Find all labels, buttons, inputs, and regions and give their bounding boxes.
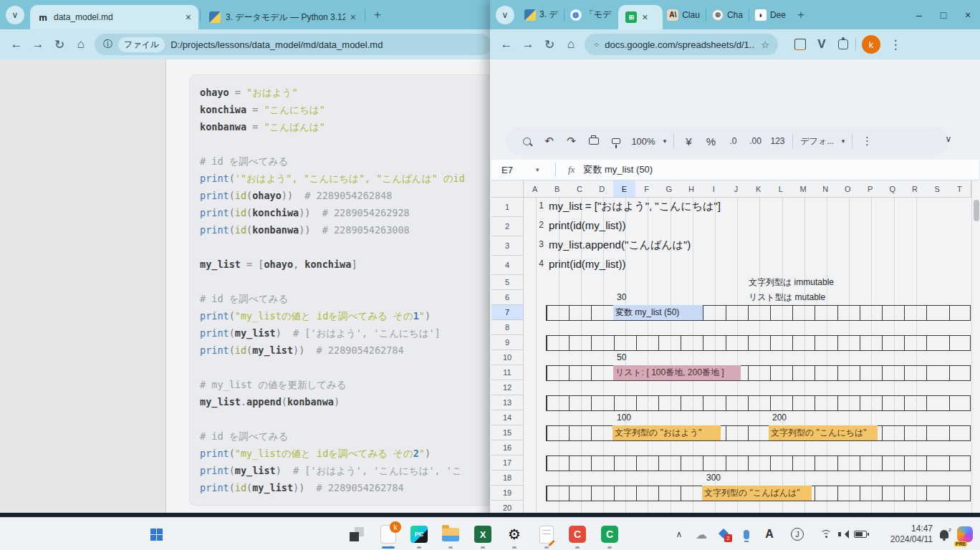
row-header-13[interactable]: 13: [491, 395, 524, 410]
row-header-3[interactable]: 3: [491, 236, 524, 256]
row-header-10[interactable]: 10: [491, 350, 524, 365]
formula-value[interactable]: 変数 my_list (50): [583, 163, 653, 176]
camtasia-icon[interactable]: C: [599, 524, 620, 545]
column-header-R[interactable]: R: [903, 180, 926, 198]
row-header-7[interactable]: 7: [491, 305, 524, 320]
browser-window-button[interactable]: k: [378, 524, 399, 545]
back-icon[interactable]: ←: [6, 34, 27, 55]
tab-search-chevron-icon[interactable]: ∨: [6, 6, 24, 24]
column-header-O[interactable]: O: [837, 180, 860, 198]
column-header-L[interactable]: L: [769, 180, 792, 198]
row-header-8[interactable]: 8: [491, 320, 524, 335]
tab-claude[interactable]: A\ Clau: [663, 9, 704, 21]
paint-format-icon[interactable]: [605, 138, 627, 144]
column-header-J[interactable]: J: [725, 180, 748, 198]
microphone-icon[interactable]: [738, 518, 755, 550]
column-header-K[interactable]: K: [747, 180, 770, 198]
new-tab-button[interactable]: +: [367, 4, 388, 26]
tab-deepl[interactable]: ◗ Dee: [751, 9, 790, 21]
journal-tray-icon[interactable]: J: [788, 518, 807, 550]
tab-model[interactable]: ◍ 「モデ: [566, 9, 616, 21]
row-header-4[interactable]: 4: [491, 256, 524, 275]
start-button[interactable]: [145, 524, 167, 545]
tab-search-chevron-icon[interactable]: ∨: [496, 6, 514, 24]
column-header-A[interactable]: A: [524, 180, 547, 198]
back-icon[interactable]: ←: [496, 34, 517, 55]
url-text[interactable]: docs.google.com/spreadsheets/d/1...: [605, 39, 755, 50]
notification-bell-icon[interactable]: z: [936, 518, 953, 550]
maximize-button[interactable]: □: [931, 4, 956, 26]
dropbox-icon[interactable]: 2: [714, 518, 733, 550]
close-tab-icon[interactable]: ×: [186, 11, 191, 23]
vertical-scrollbar-thumb[interactable]: [974, 200, 979, 221]
addr-30[interactable]: 30: [617, 290, 626, 305]
var-mylist-cell[interactable]: 変数 my_list (50): [613, 305, 703, 320]
vue-extension-icon[interactable]: V: [811, 34, 832, 55]
tray-expand-icon[interactable]: ∧: [671, 518, 688, 550]
tab-data-model[interactable]: m data_model.md ×: [30, 5, 198, 29]
left-address-bar[interactable]: ⓘ ファイル D:/projects/lessons/data_model/md…: [95, 34, 491, 55]
menu-kebab-icon[interactable]: ⋮: [885, 34, 906, 55]
column-header-C[interactable]: C: [568, 180, 591, 198]
note-mutable[interactable]: リスト型は mutable: [749, 290, 825, 305]
column-header-T[interactable]: T: [948, 180, 971, 198]
addr-100[interactable]: 100: [617, 410, 631, 425]
row-header-14[interactable]: 14: [491, 410, 524, 425]
copilot-icon[interactable]: PRE: [954, 518, 976, 550]
forward-icon[interactable]: →: [517, 34, 539, 55]
column-header-S[interactable]: S: [926, 180, 949, 198]
row-header-11[interactable]: 11: [491, 365, 524, 380]
column-header-D[interactable]: D: [591, 180, 614, 198]
file-scheme-chip[interactable]: ファイル: [118, 37, 165, 52]
addr-200[interactable]: 200: [772, 410, 787, 425]
addr-50[interactable]: 50: [617, 350, 626, 365]
bookmark-star-icon[interactable]: ☆: [761, 39, 769, 50]
tab-google-sheets[interactable]: ⊞ ×: [618, 5, 663, 29]
info-icon[interactable]: ⓘ: [103, 38, 112, 51]
settings-gear-icon[interactable]: ⚙: [504, 524, 525, 545]
tune-icon[interactable]: ⁘: [593, 40, 599, 49]
extensions-puzzle-icon[interactable]: [832, 34, 854, 55]
collapse-toolbar-icon[interactable]: ∨: [941, 134, 956, 148]
increase-decimal-button[interactable]: .00: [744, 136, 767, 146]
spreadsheet-grid[interactable]: ABCDEFGHIJKLMNOPQRST12345678910111213141…: [491, 180, 971, 517]
vertical-scrollbar[interactable]: ▲ ▼: [971, 180, 980, 517]
forward-icon[interactable]: →: [27, 34, 49, 55]
more-toolbar-icon[interactable]: ⋮: [856, 135, 878, 148]
sheets-extension-icon[interactable]: [789, 34, 811, 55]
tab-python-doc[interactable]: 3. データモデル — Python 3.12.3 ×: [202, 5, 363, 29]
row-header-17[interactable]: 17: [491, 455, 524, 471]
corner-select-all[interactable]: [491, 180, 524, 198]
ime-mode-indicator[interactable]: A: [761, 518, 778, 550]
home-icon[interactable]: ⌂: [70, 34, 92, 55]
str-ohayo[interactable]: 文字列型の "おはよう": [612, 425, 721, 440]
row-header-19[interactable]: 19: [491, 486, 524, 501]
cell-code-row-3[interactable]: my_list.append("こんばんは"): [549, 238, 691, 252]
decrease-decimal-button[interactable]: .0: [722, 136, 744, 146]
row-header-15[interactable]: 15: [491, 425, 524, 440]
row-header-5[interactable]: 5: [491, 275, 524, 290]
zoom-caret-icon[interactable]: ▾: [660, 138, 670, 145]
cell-code-row-4[interactable]: print(id(my_list)): [549, 258, 626, 270]
column-header-Q[interactable]: Q: [881, 180, 904, 198]
column-header-I[interactable]: I: [703, 180, 726, 198]
number-format-button[interactable]: 123: [767, 136, 789, 146]
right-address-bar[interactable]: ⁘ docs.google.com/spreadsheets/d/1... ☆: [585, 34, 778, 55]
column-header-E[interactable]: E: [613, 180, 636, 198]
column-header-H[interactable]: H: [680, 180, 703, 198]
minimize-button[interactable]: –: [907, 4, 931, 26]
cell-line-number-1[interactable]: 1: [527, 201, 544, 211]
undo-icon[interactable]: ↶: [538, 135, 560, 148]
onedrive-cloud-icon[interactable]: ☁: [692, 518, 711, 550]
row-header-1[interactable]: 1: [491, 198, 524, 217]
addr-300[interactable]: 300: [706, 471, 721, 486]
row-header-6[interactable]: 6: [491, 290, 524, 305]
file-explorer-icon[interactable]: [440, 524, 461, 545]
format-percent-button[interactable]: %: [700, 135, 722, 148]
battery-icon[interactable]: [851, 518, 870, 550]
note-immutable[interactable]: 文字列型は immutable: [749, 275, 834, 290]
close-tab-icon[interactable]: ×: [642, 11, 648, 23]
camtasia-recorder-icon[interactable]: C: [567, 524, 588, 545]
excel-icon[interactable]: X: [472, 524, 494, 545]
list-box[interactable]: リスト: [ 100番地, 200番地 ]: [613, 365, 741, 380]
